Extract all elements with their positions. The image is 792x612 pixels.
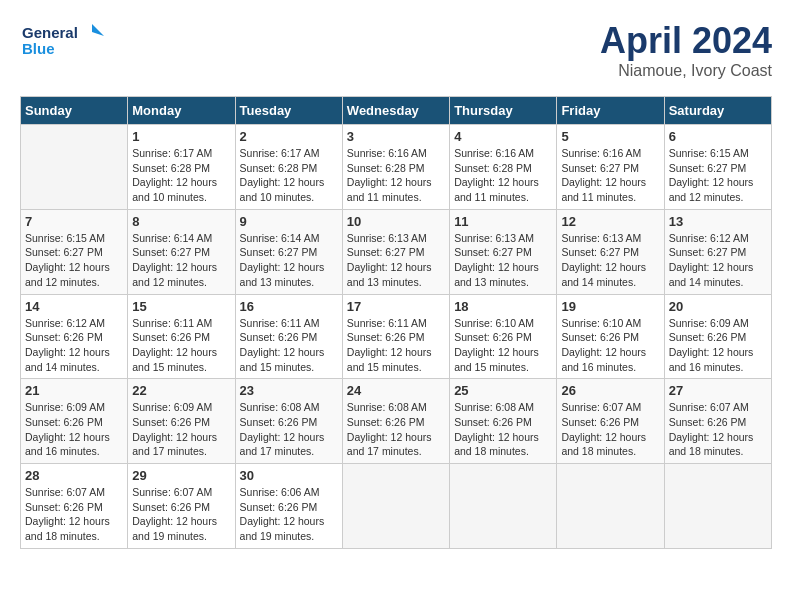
weekday-header-friday: Friday [557, 97, 664, 125]
week-row-4: 21Sunrise: 6:09 AM Sunset: 6:26 PM Dayli… [21, 379, 772, 464]
svg-text:Blue: Blue [22, 40, 55, 57]
day-info: Sunrise: 6:13 AM Sunset: 6:27 PM Dayligh… [347, 231, 445, 290]
day-info: Sunrise: 6:06 AM Sunset: 6:26 PM Dayligh… [240, 485, 338, 544]
weekday-header-thursday: Thursday [450, 97, 557, 125]
calendar-cell: 14Sunrise: 6:12 AM Sunset: 6:26 PM Dayli… [21, 294, 128, 379]
calendar-cell: 1Sunrise: 6:17 AM Sunset: 6:28 PM Daylig… [128, 125, 235, 210]
month-title: April 2024 [600, 20, 772, 62]
day-number: 9 [240, 214, 338, 229]
day-info: Sunrise: 6:08 AM Sunset: 6:26 PM Dayligh… [347, 400, 445, 459]
day-number: 29 [132, 468, 230, 483]
calendar-cell: 18Sunrise: 6:10 AM Sunset: 6:26 PM Dayli… [450, 294, 557, 379]
day-number: 20 [669, 299, 767, 314]
calendar-cell: 22Sunrise: 6:09 AM Sunset: 6:26 PM Dayli… [128, 379, 235, 464]
day-info: Sunrise: 6:16 AM Sunset: 6:28 PM Dayligh… [347, 146, 445, 205]
day-number: 14 [25, 299, 123, 314]
day-info: Sunrise: 6:17 AM Sunset: 6:28 PM Dayligh… [132, 146, 230, 205]
calendar-cell: 8Sunrise: 6:14 AM Sunset: 6:27 PM Daylig… [128, 209, 235, 294]
svg-text:General: General [22, 24, 78, 41]
calendar-cell: 10Sunrise: 6:13 AM Sunset: 6:27 PM Dayli… [342, 209, 449, 294]
week-row-3: 14Sunrise: 6:12 AM Sunset: 6:26 PM Dayli… [21, 294, 772, 379]
calendar-cell: 16Sunrise: 6:11 AM Sunset: 6:26 PM Dayli… [235, 294, 342, 379]
day-number: 27 [669, 383, 767, 398]
day-number: 7 [25, 214, 123, 229]
day-number: 3 [347, 129, 445, 144]
day-number: 5 [561, 129, 659, 144]
calendar-cell: 25Sunrise: 6:08 AM Sunset: 6:26 PM Dayli… [450, 379, 557, 464]
day-number: 25 [454, 383, 552, 398]
calendar-cell: 15Sunrise: 6:11 AM Sunset: 6:26 PM Dayli… [128, 294, 235, 379]
weekday-header-saturday: Saturday [664, 97, 771, 125]
day-number: 30 [240, 468, 338, 483]
calendar-cell [21, 125, 128, 210]
weekday-header-row: SundayMondayTuesdayWednesdayThursdayFrid… [21, 97, 772, 125]
calendar-cell: 3Sunrise: 6:16 AM Sunset: 6:28 PM Daylig… [342, 125, 449, 210]
day-number: 6 [669, 129, 767, 144]
day-info: Sunrise: 6:17 AM Sunset: 6:28 PM Dayligh… [240, 146, 338, 205]
calendar-cell: 26Sunrise: 6:07 AM Sunset: 6:26 PM Dayli… [557, 379, 664, 464]
weekday-header-tuesday: Tuesday [235, 97, 342, 125]
day-info: Sunrise: 6:08 AM Sunset: 6:26 PM Dayligh… [454, 400, 552, 459]
day-number: 19 [561, 299, 659, 314]
day-info: Sunrise: 6:10 AM Sunset: 6:26 PM Dayligh… [454, 316, 552, 375]
logo: General Blue [20, 20, 110, 64]
day-number: 23 [240, 383, 338, 398]
day-number: 10 [347, 214, 445, 229]
day-number: 21 [25, 383, 123, 398]
day-info: Sunrise: 6:15 AM Sunset: 6:27 PM Dayligh… [669, 146, 767, 205]
day-info: Sunrise: 6:12 AM Sunset: 6:26 PM Dayligh… [25, 316, 123, 375]
weekday-header-wednesday: Wednesday [342, 97, 449, 125]
day-info: Sunrise: 6:07 AM Sunset: 6:26 PM Dayligh… [25, 485, 123, 544]
calendar-cell: 13Sunrise: 6:12 AM Sunset: 6:27 PM Dayli… [664, 209, 771, 294]
day-number: 13 [669, 214, 767, 229]
calendar-cell: 29Sunrise: 6:07 AM Sunset: 6:26 PM Dayli… [128, 464, 235, 549]
calendar-cell: 11Sunrise: 6:13 AM Sunset: 6:27 PM Dayli… [450, 209, 557, 294]
page-header: General Blue April 2024 Niamoue, Ivory C… [20, 20, 772, 80]
calendar-cell [664, 464, 771, 549]
calendar-cell: 23Sunrise: 6:08 AM Sunset: 6:26 PM Dayli… [235, 379, 342, 464]
calendar-cell: 20Sunrise: 6:09 AM Sunset: 6:26 PM Dayli… [664, 294, 771, 379]
day-number: 12 [561, 214, 659, 229]
calendar-cell: 4Sunrise: 6:16 AM Sunset: 6:28 PM Daylig… [450, 125, 557, 210]
day-info: Sunrise: 6:11 AM Sunset: 6:26 PM Dayligh… [240, 316, 338, 375]
calendar-table: SundayMondayTuesdayWednesdayThursdayFrid… [20, 96, 772, 549]
location-title: Niamoue, Ivory Coast [600, 62, 772, 80]
calendar-cell [342, 464, 449, 549]
day-info: Sunrise: 6:10 AM Sunset: 6:26 PM Dayligh… [561, 316, 659, 375]
day-info: Sunrise: 6:13 AM Sunset: 6:27 PM Dayligh… [561, 231, 659, 290]
calendar-cell: 21Sunrise: 6:09 AM Sunset: 6:26 PM Dayli… [21, 379, 128, 464]
day-number: 16 [240, 299, 338, 314]
calendar-cell: 30Sunrise: 6:06 AM Sunset: 6:26 PM Dayli… [235, 464, 342, 549]
day-info: Sunrise: 6:07 AM Sunset: 6:26 PM Dayligh… [669, 400, 767, 459]
day-info: Sunrise: 6:08 AM Sunset: 6:26 PM Dayligh… [240, 400, 338, 459]
day-info: Sunrise: 6:07 AM Sunset: 6:26 PM Dayligh… [132, 485, 230, 544]
logo-svg: General Blue [20, 20, 110, 64]
calendar-cell: 6Sunrise: 6:15 AM Sunset: 6:27 PM Daylig… [664, 125, 771, 210]
day-number: 17 [347, 299, 445, 314]
calendar-cell: 19Sunrise: 6:10 AM Sunset: 6:26 PM Dayli… [557, 294, 664, 379]
day-info: Sunrise: 6:14 AM Sunset: 6:27 PM Dayligh… [132, 231, 230, 290]
calendar-cell: 28Sunrise: 6:07 AM Sunset: 6:26 PM Dayli… [21, 464, 128, 549]
title-block: April 2024 Niamoue, Ivory Coast [600, 20, 772, 80]
day-number: 22 [132, 383, 230, 398]
day-number: 24 [347, 383, 445, 398]
day-info: Sunrise: 6:09 AM Sunset: 6:26 PM Dayligh… [132, 400, 230, 459]
svg-marker-2 [92, 24, 104, 36]
day-info: Sunrise: 6:13 AM Sunset: 6:27 PM Dayligh… [454, 231, 552, 290]
calendar-cell: 17Sunrise: 6:11 AM Sunset: 6:26 PM Dayli… [342, 294, 449, 379]
day-number: 2 [240, 129, 338, 144]
calendar-cell [557, 464, 664, 549]
day-number: 18 [454, 299, 552, 314]
calendar-cell [450, 464, 557, 549]
calendar-cell: 24Sunrise: 6:08 AM Sunset: 6:26 PM Dayli… [342, 379, 449, 464]
day-number: 11 [454, 214, 552, 229]
day-number: 26 [561, 383, 659, 398]
day-info: Sunrise: 6:16 AM Sunset: 6:27 PM Dayligh… [561, 146, 659, 205]
calendar-cell: 27Sunrise: 6:07 AM Sunset: 6:26 PM Dayli… [664, 379, 771, 464]
day-info: Sunrise: 6:09 AM Sunset: 6:26 PM Dayligh… [25, 400, 123, 459]
calendar-cell: 2Sunrise: 6:17 AM Sunset: 6:28 PM Daylig… [235, 125, 342, 210]
day-info: Sunrise: 6:12 AM Sunset: 6:27 PM Dayligh… [669, 231, 767, 290]
day-info: Sunrise: 6:16 AM Sunset: 6:28 PM Dayligh… [454, 146, 552, 205]
day-number: 15 [132, 299, 230, 314]
weekday-header-sunday: Sunday [21, 97, 128, 125]
